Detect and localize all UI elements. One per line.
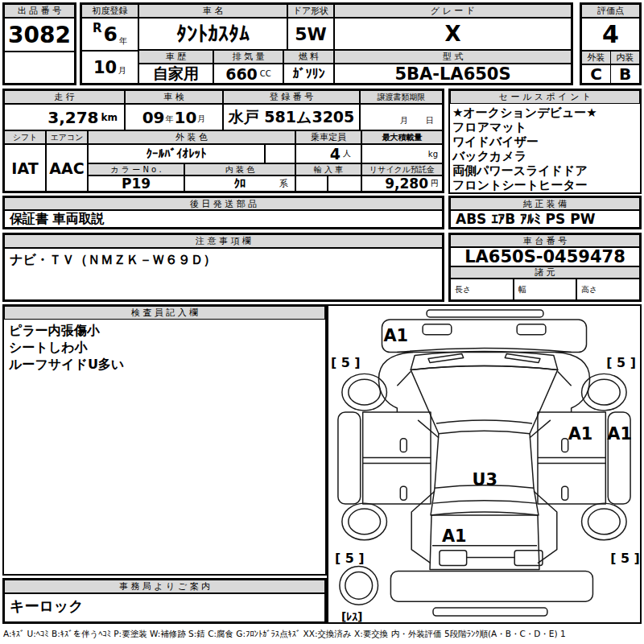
era-value: R — [93, 21, 102, 35]
car-outline — [338, 310, 630, 616]
equipment-value: ABS ｴｱB ｱﾙﾐ PS PW — [450, 210, 640, 228]
later-parts-label: 後 日 発 送 部 品 — [4, 197, 443, 210]
auction-sheet: 出 品 番 号 3082 初度登録 車 名 ドア形状 グ レ ー ド R 6 年… — [0, 0, 644, 644]
rocker-left — [338, 412, 361, 504]
rating-box: 評価点 4 外装 内装 C B — [580, 2, 642, 85]
side-glass-fold-right — [530, 420, 551, 438]
interior-grade-value: B — [610, 64, 640, 84]
door-handle-left-rear — [400, 486, 407, 500]
wiper-left — [428, 354, 464, 363]
mileage-unit: km — [101, 112, 118, 123]
int-color-suffix: 系 — [279, 178, 288, 190]
sales-point-item: フロントシートヒーター — [452, 178, 638, 192]
reg-no-label: 登 録 番 号 — [223, 90, 360, 104]
score-value: 4 — [581, 18, 640, 51]
car-damage-diagram: A1 [ 5 ] [ 5 ] A1 A1 U3 A1 [ 5 ] [ 5 ] [… — [328, 306, 640, 622]
capacity-value: 4 — [330, 145, 341, 163]
sales-point-item: ★オークションデビュー★ — [452, 105, 638, 120]
import-empty-cell-2 — [328, 175, 361, 192]
legend-text: A:ｷｽﾞ U:ﾍｺﾐ B:ｷｽﾞを伴うﾍｺﾐ P:要塗装 W:補修跡 S:錆 … — [3, 629, 641, 640]
damage-label-rocker-right: A1 — [607, 424, 632, 444]
transfer-month-label: 月 — [400, 115, 408, 126]
fuel-value: ｶﾞｿﾘﾝ — [283, 64, 334, 84]
chassis-value: LA650S-0459478 — [450, 247, 640, 266]
diagram-labels: A1 [ 5 ] [ 5 ] A1 A1 U3 A1 [ 5 ] [ 5 ] [… — [331, 326, 640, 622]
shaken-month-unit: 月 — [197, 114, 205, 125]
fuel-label: 燃 料 — [283, 50, 334, 64]
shift-value: IAT — [4, 144, 46, 192]
tire-depth-front-left: [ 5 ] — [331, 355, 361, 370]
aircon-value: AAC — [46, 144, 88, 192]
recycle-value: 9,280 — [385, 175, 428, 192]
office-label: 事 務 局 よ り ご 案 内 — [4, 580, 325, 593]
recycle-label: リサイクル預託金 — [361, 163, 443, 175]
damage-label-rear: A1 — [442, 526, 467, 546]
grade-label: グ レ ー ド — [334, 4, 572, 18]
specs-table: 走 行 車 検 登 録 番 号 譲渡書類期限 3,278 km 09 年 10 … — [2, 89, 444, 193]
history-value: 自家用 — [138, 64, 213, 84]
door-divider-right — [538, 458, 605, 464]
notes-value: ナビ・ＴＶ（ＮＭＺＫ－Ｗ６９Ｄ） — [4, 248, 443, 300]
spec-dims-label: 諸 元 — [450, 266, 640, 279]
mileage-value: 3,278 — [47, 108, 98, 127]
sales-point-item: フロアマット — [452, 120, 638, 134]
headlight-left — [423, 324, 452, 335]
model-code-label: 型 式 — [334, 50, 572, 64]
first-reg-label: 初度登録 — [81, 4, 138, 18]
equipment-label: 純 正 装 備 — [450, 197, 640, 210]
inspector-line: シートしわ小 — [9, 339, 323, 356]
notes-box: 注 意 事 項 欄 ナビ・ＴＶ（ＮＭＺＫ－Ｗ６９Ｄ） — [2, 233, 444, 302]
reg-year-unit: 年 — [119, 35, 127, 47]
interior-grade-label: 内装 — [610, 51, 640, 64]
wheel-front-left-inner — [349, 379, 381, 405]
a-pillar-right — [558, 371, 572, 386]
shaken-year-unit: 年 — [166, 114, 174, 125]
chassis-label: 車 台 番 号 — [450, 234, 640, 247]
color-no-label: カ ラ ー N o . — [88, 163, 184, 175]
later-parts-box: 後 日 発 送 部 品 保証書 車両取説 — [2, 196, 444, 229]
tire-depth-rear-right: [ 5 ] — [610, 551, 640, 566]
wiper-right — [505, 354, 540, 363]
door-divider-left — [363, 458, 431, 464]
color-no-value: P19 — [88, 175, 184, 192]
top-table: 初度登録 車 名 ドア形状 グ レ ー ド R 6 年 ﾀﾝﾄｶｽﾀﾑ 5W X… — [80, 2, 573, 85]
wiper-band — [411, 352, 558, 370]
dash-line — [436, 420, 532, 423]
payload-cell: kg — [361, 144, 443, 163]
chassis-box: 車 台 番 号 LA650S-0459478 諸 元 長さ 幅 高さ — [448, 233, 642, 302]
recycle-cell: 9,280 円 — [361, 175, 443, 192]
int-color-value: ｸﾛ — [234, 176, 246, 191]
history-label: 車 歴 — [138, 50, 213, 64]
recycle-unit: 円 — [431, 178, 439, 189]
windshield — [411, 365, 558, 433]
payload-label: 最大積載量 — [361, 130, 443, 144]
shaken-year: 09 — [142, 108, 165, 127]
rear-bumper — [390, 571, 592, 601]
exterior-grade-value: C — [581, 64, 611, 84]
model-code-value: 5BA-LA650S — [334, 64, 572, 84]
auction-no-box: 出 品 番 号 3082 — [2, 2, 76, 85]
aircon-label: エアコン — [46, 130, 88, 144]
headlight-right — [517, 324, 546, 335]
mileage-label: 走 行 — [4, 90, 125, 104]
sales-points-list: ★オークションデビュー★ フロアマット ワイドバイザー バックカメラ 両側パワー… — [452, 105, 638, 192]
sales-points-label: セ ー ル ス ポ イ ン ト — [450, 90, 640, 104]
door-handle-right-front — [562, 439, 568, 452]
ext-color-empty-cell — [265, 144, 295, 163]
reg-month-unit: 月 — [118, 65, 126, 76]
car-name-value: ﾀﾝﾄｶｽﾀﾑ — [138, 18, 287, 50]
ext-color-value: ｸｰﾙﾊﾞｲｵﾚｯﾄ — [88, 144, 265, 163]
later-parts-value: 保証書 車両取説 — [4, 210, 443, 228]
sales-point-item: ワイドバイザー — [452, 134, 638, 149]
car-name-label: 車 名 — [138, 4, 287, 18]
a-pillar-left — [397, 371, 411, 386]
wheel-rear-right-inner — [588, 509, 621, 535]
shaken-label: 車 検 — [125, 90, 223, 104]
car-diagram-box: A1 [ 5 ] [ 5 ] A1 A1 U3 A1 [ 5 ] [ 5 ] [… — [327, 304, 642, 624]
ext-color-label: 外 装 色 — [88, 130, 295, 144]
office-box: 事 務 局 よ り ご 案 内 キーロック — [2, 578, 327, 624]
door-shape-value: 5W — [287, 18, 334, 50]
displacement-cell: 660 CC — [213, 64, 283, 84]
mileage-cell: 3,278 km — [4, 104, 125, 130]
reg-year-value: 6 — [104, 23, 118, 46]
